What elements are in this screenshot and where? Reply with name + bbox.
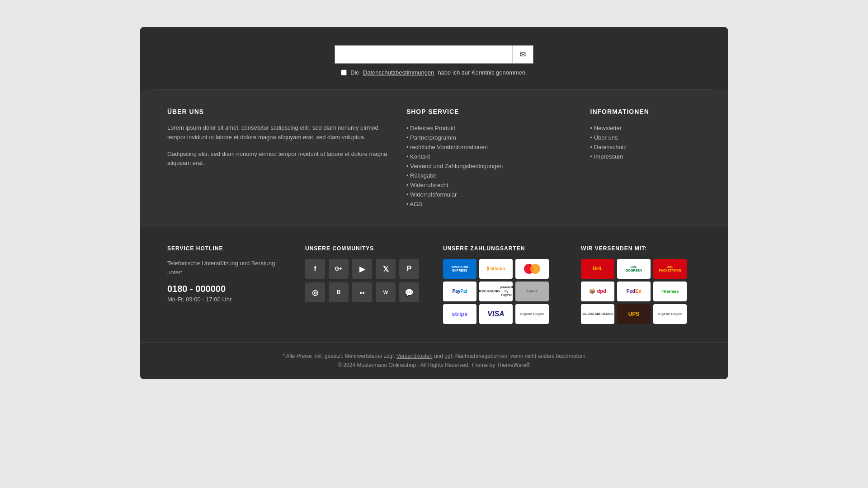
list-item[interactable]: Über uns <box>590 133 701 142</box>
shop-title: SHOP SERVICE <box>406 108 572 115</box>
flickr-icon: ●● <box>359 290 365 295</box>
ups-badge: UPS <box>617 304 651 324</box>
privacy-checkbox[interactable] <box>341 70 347 75</box>
shipping-title: WIR VERSENDEN MIT: <box>581 245 701 252</box>
list-item[interactable]: Impressum <box>590 152 701 161</box>
list-item[interactable]: Newsletter <box>590 123 701 133</box>
whatsapp-icon: 💬 <box>405 288 414 297</box>
dhl-gogreen-badge: DHLGOGREEN <box>617 259 651 279</box>
list-item[interactable]: rechtliche Vorabinformationen <box>406 142 572 152</box>
footer-about-col: ÜBER UNS Lorem ipsum dolor sit amet, con… <box>167 108 388 209</box>
newsletter-submit-button[interactable]: ✉ <box>512 46 533 63</box>
eigene-logos-shipping: Eigene Logos <box>653 304 687 324</box>
newsletter-input[interactable] <box>335 46 512 63</box>
footer-very-bottom: * Alle Preise inkl. gesetzl. Mehrwertste… <box>140 342 728 379</box>
list-item[interactable]: Datenschutz <box>590 142 701 152</box>
list-item[interactable]: Defektes Produkt <box>406 123 572 133</box>
blogger-button[interactable]: B <box>329 282 349 302</box>
instagram-icon: ◎ <box>312 288 318 297</box>
dhl-packstation-badge: DHLPACKSTATION <box>653 259 687 279</box>
pinterest-icon: P <box>407 265 412 273</box>
list-item[interactable]: Widerrufsrecht <box>406 180 572 190</box>
dpd-badge: 📦 dpd <box>581 282 614 301</box>
copyright-text: © 2024 Mustermann Onlineshop - All Right… <box>149 361 719 370</box>
footer-main: ÜBER UNS Lorem ipsum dolor sit amet, con… <box>140 90 728 227</box>
wordpress-icon: W <box>383 290 388 295</box>
paypal-badge: PayPal <box>443 282 476 301</box>
amex-badge: AMERICANEXPRESS <box>443 259 476 279</box>
social-grid: f G+ ▶ 𝕏 P ◎ B <box>305 259 425 302</box>
hotline-support-text: Telefonische Unterstützung und Beratung … <box>167 259 287 277</box>
instagram-button[interactable]: ◎ <box>305 282 325 302</box>
community-col: UNSERE COMMUNITYS f G+ ▶ 𝕏 P ◎ <box>305 245 425 302</box>
newsletter-section: ✉ Die Datenschutzbestimmungen habe ich z… <box>140 27 728 89</box>
email-icon: ✉ <box>520 51 526 58</box>
privacy-text-after: habe ich zur Kenntnis genommen. <box>438 69 527 76</box>
list-item[interactable]: Widerrufsformular <box>406 190 572 199</box>
legal-text: * Alle Preise inkl. gesetzl. Mehrwertste… <box>149 352 719 361</box>
payment-title: UNSERE ZAHLUNGSARTEN <box>443 245 563 252</box>
list-item[interactable]: Partnerprogramm <box>406 133 572 142</box>
versandkosten-link[interactable]: Versandkosten <box>396 353 432 359</box>
facebook-button[interactable]: f <box>305 259 325 279</box>
shipping-grid: DHL DHLGOGREEN DHLPACKSTATION 📦 dpd FedE… <box>581 259 701 324</box>
pinterest-button[interactable]: P <box>399 259 419 279</box>
sofort-badge: Sofort. <box>515 282 549 301</box>
footer-shop-col: SHOP SERVICE Defektes Produkt Partnerpro… <box>406 108 572 209</box>
blogger-icon: B <box>337 289 341 296</box>
facebook-icon: f <box>314 265 316 273</box>
mastercard-circles <box>524 264 540 274</box>
about-paragraph-2: Gadipscing elitr, sed diam nonumy eirmod… <box>167 150 388 169</box>
hermes-badge: ≡Hermes <box>653 282 687 301</box>
twitter-icon: 𝕏 <box>383 265 389 273</box>
community-title: UNSERE COMMUNITYS <box>305 245 425 252</box>
bitcoin-badge: ₿ bitcoin <box>479 259 513 279</box>
list-item[interactable]: Kontakt <box>406 152 572 161</box>
payment-grid: AMERICANEXPRESS ₿ bitcoin PayPal RECHNUN… <box>443 259 563 324</box>
service-hotline-col: SERVICE HOTLINE Telefonische Unterstützu… <box>167 245 287 303</box>
visa-badge: VISA <box>479 304 513 324</box>
footer-info-col: INFORMATIONEN Newsletter Über uns Datens… <box>590 108 701 209</box>
privacy-text-before: Die <box>350 69 359 76</box>
wordpress-button[interactable]: W <box>376 282 396 302</box>
list-item[interactable]: Rückgabe <box>406 171 572 180</box>
info-list: Newsletter Über uns Datenschutz Impressu… <box>590 123 701 161</box>
shop-service-list: Defektes Produkt Partnerprogramm rechtli… <box>406 123 572 209</box>
hotline-number: 0180 - 000000 <box>167 284 287 294</box>
privacy-link[interactable]: Datenschutzbestimmungen <box>363 69 434 76</box>
stripe-badge: stripe <box>443 304 476 324</box>
newsletter-form: ✉ <box>335 45 533 64</box>
eigene-logos-payment: Eigene Logos <box>515 304 549 324</box>
flickr-button[interactable]: ●● <box>352 282 372 302</box>
googleplus-button[interactable]: G+ <box>329 259 349 279</box>
dhl-badge: DHL <box>581 259 614 279</box>
payment-col: UNSERE ZAHLUNGSARTEN AMERICANEXPRESS ₿ b… <box>443 245 563 324</box>
service-title: SERVICE HOTLINE <box>167 245 287 252</box>
list-item[interactable]: AGB <box>406 199 572 209</box>
googleplus-icon: G+ <box>335 266 342 272</box>
youtube-button[interactable]: ▶ <box>352 259 372 279</box>
rechnung-badge: RECHNUNGpowered by PayPal <box>479 282 513 301</box>
twitter-button[interactable]: 𝕏 <box>376 259 396 279</box>
whatsapp-button[interactable]: 💬 <box>399 282 419 302</box>
page-wrapper: ✉ Die Datenschutzbestimmungen habe ich z… <box>140 27 728 379</box>
list-item[interactable]: Versand und Zahlungsbedingungen <box>406 161 572 171</box>
selbstabholung-badge: SELBSTABHOLUNG <box>581 304 614 324</box>
mc-orange-circle <box>530 264 540 274</box>
youtube-icon: ▶ <box>359 265 365 273</box>
footer-bottom: SERVICE HOTLINE Telefonische Unterstützu… <box>140 227 728 342</box>
info-title: INFORMATIONEN <box>590 108 701 115</box>
about-title: ÜBER UNS <box>167 108 388 115</box>
about-paragraph-1: Lorem ipsum dolor sit amet, consetetur s… <box>167 123 388 142</box>
hotline-hours: Mo-Fr, 09:00 - 17:00 Uhr <box>167 296 287 303</box>
mastercard-badge <box>515 259 549 279</box>
shipping-col: WIR VERSENDEN MIT: DHL DHLGOGREEN DHLPAC… <box>581 245 701 324</box>
fedex-badge: FedEx <box>617 282 651 301</box>
newsletter-privacy: Die Datenschutzbestimmungen habe ich zur… <box>341 69 527 76</box>
